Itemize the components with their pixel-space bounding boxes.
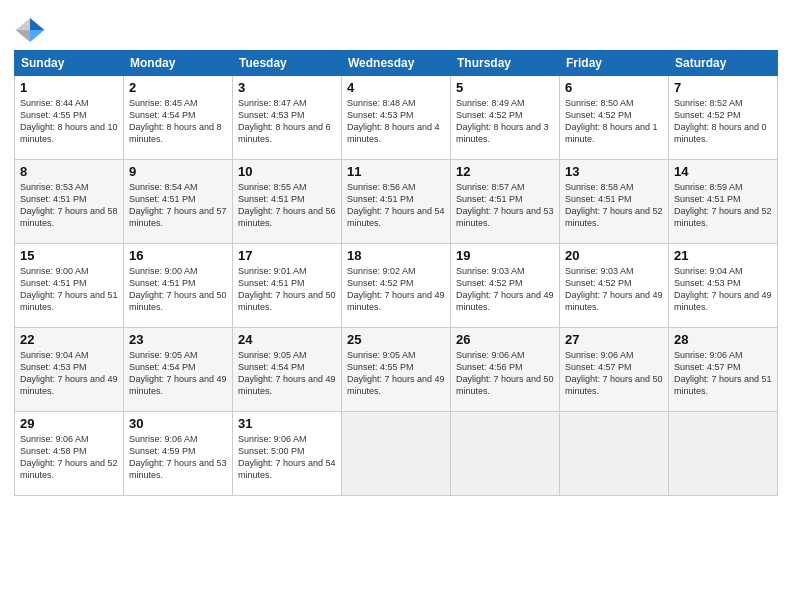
day-number: 16 [129, 248, 227, 263]
cell-info: Sunrise: 9:00 AMSunset: 4:51 PMDaylight:… [20, 266, 118, 312]
calendar-cell: 16Sunrise: 9:00 AMSunset: 4:51 PMDayligh… [124, 244, 233, 328]
day-number: 17 [238, 248, 336, 263]
cell-info: Sunrise: 9:06 AMSunset: 5:00 PMDaylight:… [238, 434, 336, 480]
calendar-cell: 28Sunrise: 9:06 AMSunset: 4:57 PMDayligh… [669, 328, 778, 412]
cell-info: Sunrise: 9:01 AMSunset: 4:51 PMDaylight:… [238, 266, 336, 312]
calendar-cell: 29Sunrise: 9:06 AMSunset: 4:58 PMDayligh… [15, 412, 124, 496]
calendar-cell: 4Sunrise: 8:48 AMSunset: 4:53 PMDaylight… [342, 76, 451, 160]
cell-info: Sunrise: 8:45 AMSunset: 4:54 PMDaylight:… [129, 98, 222, 144]
calendar-cell: 19Sunrise: 9:03 AMSunset: 4:52 PMDayligh… [451, 244, 560, 328]
calendar-table: SundayMondayTuesdayWednesdayThursdayFrid… [14, 50, 778, 496]
cell-info: Sunrise: 9:04 AMSunset: 4:53 PMDaylight:… [674, 266, 772, 312]
cell-info: Sunrise: 9:05 AMSunset: 4:55 PMDaylight:… [347, 350, 445, 396]
calendar-week-3: 15Sunrise: 9:00 AMSunset: 4:51 PMDayligh… [15, 244, 778, 328]
calendar-cell: 23Sunrise: 9:05 AMSunset: 4:54 PMDayligh… [124, 328, 233, 412]
day-number: 18 [347, 248, 445, 263]
calendar-cell: 3Sunrise: 8:47 AMSunset: 4:53 PMDaylight… [233, 76, 342, 160]
svg-marker-0 [30, 18, 44, 30]
day-number: 20 [565, 248, 663, 263]
column-header-saturday: Saturday [669, 51, 778, 76]
calendar-cell: 6Sunrise: 8:50 AMSunset: 4:52 PMDaylight… [560, 76, 669, 160]
day-number: 5 [456, 80, 554, 95]
calendar-cell [560, 412, 669, 496]
day-number: 8 [20, 164, 118, 179]
day-number: 6 [565, 80, 663, 95]
svg-marker-2 [16, 18, 30, 30]
calendar-body: 1Sunrise: 8:44 AMSunset: 4:55 PMDaylight… [15, 76, 778, 496]
column-header-friday: Friday [560, 51, 669, 76]
cell-info: Sunrise: 8:56 AMSunset: 4:51 PMDaylight:… [347, 182, 445, 228]
day-number: 19 [456, 248, 554, 263]
cell-info: Sunrise: 9:06 AMSunset: 4:57 PMDaylight:… [565, 350, 663, 396]
calendar-cell: 17Sunrise: 9:01 AMSunset: 4:51 PMDayligh… [233, 244, 342, 328]
svg-marker-3 [16, 30, 30, 42]
cell-info: Sunrise: 8:50 AMSunset: 4:52 PMDaylight:… [565, 98, 658, 144]
day-number: 27 [565, 332, 663, 347]
calendar-cell: 10Sunrise: 8:55 AMSunset: 4:51 PMDayligh… [233, 160, 342, 244]
calendar-cell: 18Sunrise: 9:02 AMSunset: 4:52 PMDayligh… [342, 244, 451, 328]
calendar-cell: 8Sunrise: 8:53 AMSunset: 4:51 PMDaylight… [15, 160, 124, 244]
cell-info: Sunrise: 9:06 AMSunset: 4:56 PMDaylight:… [456, 350, 554, 396]
day-number: 13 [565, 164, 663, 179]
cell-info: Sunrise: 9:03 AMSunset: 4:52 PMDaylight:… [456, 266, 554, 312]
calendar-week-1: 1Sunrise: 8:44 AMSunset: 4:55 PMDaylight… [15, 76, 778, 160]
calendar-cell [451, 412, 560, 496]
svg-marker-1 [30, 30, 44, 42]
cell-info: Sunrise: 9:05 AMSunset: 4:54 PMDaylight:… [238, 350, 336, 396]
day-number: 31 [238, 416, 336, 431]
calendar-header-row: SundayMondayTuesdayWednesdayThursdayFrid… [15, 51, 778, 76]
calendar-cell: 24Sunrise: 9:05 AMSunset: 4:54 PMDayligh… [233, 328, 342, 412]
cell-info: Sunrise: 9:03 AMSunset: 4:52 PMDaylight:… [565, 266, 663, 312]
day-number: 25 [347, 332, 445, 347]
calendar-cell: 12Sunrise: 8:57 AMSunset: 4:51 PMDayligh… [451, 160, 560, 244]
calendar-cell: 25Sunrise: 9:05 AMSunset: 4:55 PMDayligh… [342, 328, 451, 412]
cell-info: Sunrise: 9:06 AMSunset: 4:57 PMDaylight:… [674, 350, 772, 396]
cell-info: Sunrise: 8:55 AMSunset: 4:51 PMDaylight:… [238, 182, 336, 228]
calendar-cell: 5Sunrise: 8:49 AMSunset: 4:52 PMDaylight… [451, 76, 560, 160]
day-number: 3 [238, 80, 336, 95]
calendar-cell: 7Sunrise: 8:52 AMSunset: 4:52 PMDaylight… [669, 76, 778, 160]
logo-icon [14, 14, 46, 46]
calendar-cell: 26Sunrise: 9:06 AMSunset: 4:56 PMDayligh… [451, 328, 560, 412]
calendar-cell: 31Sunrise: 9:06 AMSunset: 5:00 PMDayligh… [233, 412, 342, 496]
cell-info: Sunrise: 8:53 AMSunset: 4:51 PMDaylight:… [20, 182, 118, 228]
column-header-wednesday: Wednesday [342, 51, 451, 76]
day-number: 15 [20, 248, 118, 263]
day-number: 21 [674, 248, 772, 263]
column-header-monday: Monday [124, 51, 233, 76]
day-number: 7 [674, 80, 772, 95]
day-number: 2 [129, 80, 227, 95]
cell-info: Sunrise: 8:58 AMSunset: 4:51 PMDaylight:… [565, 182, 663, 228]
calendar-cell: 1Sunrise: 8:44 AMSunset: 4:55 PMDaylight… [15, 76, 124, 160]
day-number: 14 [674, 164, 772, 179]
day-number: 9 [129, 164, 227, 179]
cell-info: Sunrise: 8:52 AMSunset: 4:52 PMDaylight:… [674, 98, 767, 144]
cell-info: Sunrise: 9:00 AMSunset: 4:51 PMDaylight:… [129, 266, 227, 312]
cell-info: Sunrise: 8:49 AMSunset: 4:52 PMDaylight:… [456, 98, 549, 144]
calendar-cell: 22Sunrise: 9:04 AMSunset: 4:53 PMDayligh… [15, 328, 124, 412]
column-header-thursday: Thursday [451, 51, 560, 76]
cell-info: Sunrise: 9:05 AMSunset: 4:54 PMDaylight:… [129, 350, 227, 396]
day-number: 12 [456, 164, 554, 179]
calendar-cell: 15Sunrise: 9:00 AMSunset: 4:51 PMDayligh… [15, 244, 124, 328]
calendar-cell: 2Sunrise: 8:45 AMSunset: 4:54 PMDaylight… [124, 76, 233, 160]
day-number: 22 [20, 332, 118, 347]
page-container: SundayMondayTuesdayWednesdayThursdayFrid… [0, 0, 792, 506]
cell-info: Sunrise: 9:06 AMSunset: 4:58 PMDaylight:… [20, 434, 118, 480]
day-number: 10 [238, 164, 336, 179]
cell-info: Sunrise: 8:57 AMSunset: 4:51 PMDaylight:… [456, 182, 554, 228]
calendar-week-5: 29Sunrise: 9:06 AMSunset: 4:58 PMDayligh… [15, 412, 778, 496]
logo [14, 14, 48, 46]
calendar-cell: 20Sunrise: 9:03 AMSunset: 4:52 PMDayligh… [560, 244, 669, 328]
day-number: 24 [238, 332, 336, 347]
day-number: 26 [456, 332, 554, 347]
calendar-cell: 27Sunrise: 9:06 AMSunset: 4:57 PMDayligh… [560, 328, 669, 412]
calendar-cell [342, 412, 451, 496]
day-number: 23 [129, 332, 227, 347]
calendar-cell: 14Sunrise: 8:59 AMSunset: 4:51 PMDayligh… [669, 160, 778, 244]
day-number: 29 [20, 416, 118, 431]
calendar-cell: 9Sunrise: 8:54 AMSunset: 4:51 PMDaylight… [124, 160, 233, 244]
cell-info: Sunrise: 8:48 AMSunset: 4:53 PMDaylight:… [347, 98, 440, 144]
cell-info: Sunrise: 9:04 AMSunset: 4:53 PMDaylight:… [20, 350, 118, 396]
cell-info: Sunrise: 9:02 AMSunset: 4:52 PMDaylight:… [347, 266, 445, 312]
